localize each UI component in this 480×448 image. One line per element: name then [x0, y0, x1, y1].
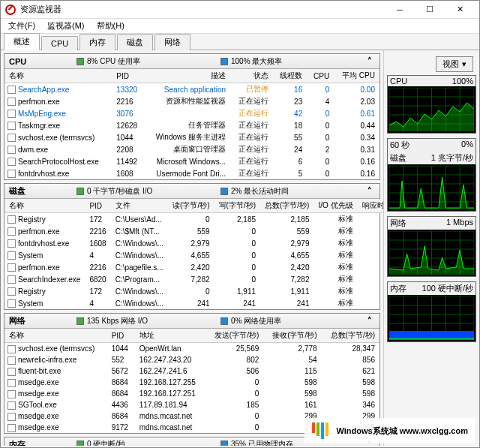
table-row[interactable]: Taskmgr.exe12628任务管理器正在运行1800.44	[4, 119, 380, 131]
cell: 162.247.243.20	[135, 354, 206, 365]
table-row[interactable]: System4C:\Windows\...241241241标准8	[4, 297, 383, 309]
cell: 0	[214, 237, 260, 249]
menu-file[interactable]: 文件(F)	[4, 19, 40, 33]
column-header[interactable]: PID	[107, 329, 135, 343]
column-header[interactable]: 文件	[111, 199, 168, 213]
column-header[interactable]: 名称	[4, 69, 112, 83]
cell: 5672	[107, 365, 135, 377]
column-header[interactable]: 发送(字节/秒)	[206, 329, 263, 343]
cell: 1044	[112, 131, 144, 143]
cell: 6	[273, 155, 308, 167]
cpu-title: CPU	[9, 57, 76, 66]
table-row[interactable]: msedge.exe8684192.168.127.2550598598	[4, 377, 380, 388]
cell: 621	[322, 365, 380, 377]
menu-monitor[interactable]: 监视器(M)	[43, 19, 89, 33]
cell: SearchProtocolHost.exe	[4, 155, 112, 167]
table-row[interactable]: System4C:\Windows\...4,65504,655标准11	[4, 249, 383, 261]
column-header[interactable]: PID	[85, 199, 110, 213]
maximize-button[interactable]: ☐	[415, 2, 445, 18]
cell: 桌面窗口管理器	[145, 143, 231, 155]
column-header[interactable]: 写(字节/秒)	[214, 199, 260, 213]
minimize-button[interactable]: ─	[385, 2, 415, 18]
view-button[interactable]: 视图 ▾	[436, 56, 473, 72]
table-row[interactable]: dwm.exe2208桌面窗口管理器正在运行2420.31	[4, 143, 380, 155]
column-header[interactable]: 平均 CPU	[334, 69, 380, 83]
cell: 0.00	[334, 83, 380, 96]
cell: 2216	[85, 225, 110, 237]
cell: perfmon.exe	[4, 95, 112, 107]
cell: Registry	[4, 285, 85, 297]
app-icon	[5, 5, 16, 15]
column-header[interactable]: 总数(字节/秒)	[260, 199, 314, 213]
cell: 0.44	[334, 119, 380, 131]
cell: C:\Windows\...	[111, 297, 168, 309]
cell: 23	[273, 95, 308, 107]
cell: 7,282	[168, 273, 214, 285]
table-row[interactable]: svchost.exe (termsvcs)1044Windows 服务主进程正…	[4, 131, 380, 143]
cell: C:\Windows\...	[111, 237, 168, 249]
table-row[interactable]: SearchApp.exe13320Search application已暂停1…	[4, 83, 380, 96]
table-row[interactable]: svchost.exe (termsvcs)1044OpenWrt.lan25,…	[4, 343, 380, 354]
cell: SearchIndexer.exe	[4, 273, 85, 285]
chevron-up-icon[interactable]: ˄	[364, 186, 375, 197]
cpu-header[interactable]: CPU 8% CPU 使用率 100% 最大频率 ˄	[4, 54, 380, 69]
table-row[interactable]: MsMpEng.exe3076正在运行4200.61	[4, 107, 380, 119]
cell: SearchApp.exe	[4, 83, 112, 96]
column-header[interactable]: 名称	[4, 329, 107, 343]
column-header[interactable]: 读(字节/秒)	[168, 199, 214, 213]
tab-disk[interactable]: 磁盘	[117, 34, 153, 50]
table-row[interactable]: perfmon.exe2216C:\pagefile.s...2,42002,4…	[4, 261, 383, 273]
table-row[interactable]: fontdrvhost.exe1608C:\Windows\...2,97902…	[4, 237, 383, 249]
table-row[interactable]: perfmon.exe2216资源和性能监视器正在运行2342.03	[4, 95, 380, 107]
cell: Microsoft Windows...	[145, 155, 231, 167]
table-row[interactable]: SearchIndexer.exe6820C:\Program...7,2820…	[4, 273, 383, 285]
table-row[interactable]: SearchProtocolHost.exe11492Microsoft Win…	[4, 155, 380, 167]
table-row[interactable]: fontdrvhost.exe1608Usermode Font Dri...正…	[4, 167, 380, 179]
tab-network[interactable]: 网络	[154, 34, 190, 50]
table-row[interactable]: fluent-bit.exe5672162.247.241.6506115621	[4, 365, 380, 377]
column-header[interactable]: 响应时间(ms)	[358, 199, 383, 213]
cell: 54	[263, 354, 321, 365]
table-row[interactable]: Registry172C:\Users\Ad...02,1852,185标准34	[4, 213, 383, 226]
tab-memory[interactable]: 内存	[80, 34, 116, 50]
table-row[interactable]: perfmon.exe2216C:\$Mft (NT...5590559标准14	[4, 225, 383, 237]
column-header[interactable]: 状态	[230, 69, 273, 83]
column-header[interactable]: 总数(字节/秒)	[322, 329, 380, 343]
table-row[interactable]: msedge.exe8684192.168.127.2510598598	[4, 388, 380, 399]
cell: 0	[214, 273, 260, 285]
menu-help[interactable]: 帮助(H)	[92, 19, 129, 33]
column-header[interactable]: 线程数	[273, 69, 308, 83]
cell: 4	[85, 297, 110, 309]
column-header[interactable]: CPU	[307, 69, 334, 83]
close-button[interactable]: ✕	[445, 2, 475, 18]
table-row[interactable]: newrelic-infra.exe552162.247.243.2080254…	[4, 354, 380, 365]
cell: 2,420	[168, 261, 214, 273]
tab-overview[interactable]: 概述	[4, 33, 40, 50]
chevron-up-icon[interactable]: ˄	[364, 316, 375, 326]
chevron-up-icon[interactable]: ˄	[364, 56, 375, 67]
cell: 24	[273, 143, 308, 155]
cell: 34	[358, 213, 383, 226]
cell: 4,655	[260, 249, 314, 261]
cell: 正在运行	[230, 131, 273, 143]
watermark-text: Windows系统城 www.wxclgg.com	[336, 425, 468, 437]
column-header[interactable]: I/O 优先级	[314, 199, 357, 213]
network-header[interactable]: 网络 135 Kbps 网络 I/O 0% 网络使用率 ˄	[4, 314, 380, 329]
table-row[interactable]: Registry172C:\Windows\...01,9111,911标准9	[4, 285, 383, 297]
tab-cpu[interactable]: CPU	[41, 36, 78, 50]
meter-icon	[76, 317, 84, 325]
table-row[interactable]: SGTool.exe4436117.89.181.94185161346	[4, 399, 380, 410]
disk-header[interactable]: 磁盘 0 千字节/秒磁盘 I/O 2% 最长活动时间 ˄	[4, 184, 380, 199]
column-header[interactable]: 名称	[4, 199, 85, 213]
cell: dwm.exe	[4, 143, 112, 155]
column-header[interactable]: PID	[112, 69, 144, 83]
network-table: 名称PID地址发送(字节/秒)接收(字节/秒)总数(字节/秒)svchost.e…	[4, 329, 380, 433]
column-header[interactable]: 地址	[135, 329, 206, 343]
cell: msedge.exe	[4, 422, 107, 433]
cell: C:\pagefile.s...	[111, 261, 168, 273]
column-header[interactable]: 接收(字节/秒)	[263, 329, 321, 343]
cell: Search application	[145, 83, 231, 96]
graph-label-r: 100 硬中断/秒	[422, 283, 473, 294]
cpu-panel: CPU 8% CPU 使用率 100% 最大频率 ˄ 名称PID描述状态线程数C…	[4, 53, 380, 180]
column-header[interactable]: 描述	[145, 69, 231, 83]
